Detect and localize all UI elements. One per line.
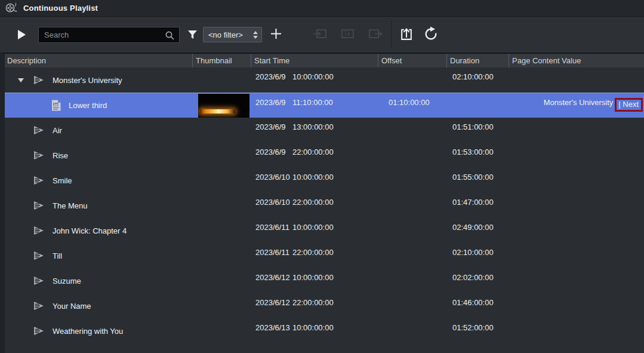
- search-input[interactable]: [39, 30, 179, 39]
- column-header-page-content-value[interactable]: Page Content Value: [509, 54, 644, 67]
- window-title: Continuous Playlist: [23, 4, 98, 13]
- table-row[interactable]: Air2023/6/913:00:00:0001:51:00:00: [5, 118, 644, 143]
- table-row[interactable]: Weathering with You2023/6/1310:00:00:000…: [5, 318, 644, 343]
- row-label: Suzume: [53, 277, 81, 286]
- playlist-icon: [33, 301, 44, 311]
- thumbnail-cell: [192, 67, 251, 93]
- thumbnail-cell: [192, 168, 251, 193]
- table-row[interactable]: The Menu2023/6/1022:00:00:0001:47:00:00: [5, 193, 644, 218]
- playlist-icon: [33, 75, 44, 85]
- duration-cell: 02:02:00:00: [446, 268, 509, 293]
- duration-cell: 02:10:00:00: [446, 243, 509, 268]
- description-cell: John Wick: Chapter 4: [5, 218, 192, 243]
- column-header-offset[interactable]: Offset: [378, 54, 446, 67]
- column-header-thumbnail[interactable]: Thumbnail: [192, 54, 251, 67]
- table-row[interactable]: Lower third2023/6/911:10:00:0001:10:00:0…: [5, 93, 644, 118]
- filter-icon[interactable]: [187, 30, 198, 39]
- duration-cell: 02:10:00:00: [446, 67, 509, 93]
- start-time-cell: 2023/6/1110:00:00:00: [251, 218, 378, 243]
- table-header: DescriptionThumbnailStart TimeOffsetDura…: [5, 54, 644, 67]
- description-cell: Smile: [5, 168, 192, 193]
- row-label: Air: [53, 126, 62, 135]
- row-label: Till: [53, 251, 62, 260]
- description-cell: Monster's University: [5, 67, 192, 93]
- table-row[interactable]: Smile2023/6/1010:00:00:0001:55:00:00: [5, 168, 644, 193]
- playlist-icon: [33, 201, 44, 210]
- search-icon: [165, 30, 175, 42]
- playlist-icon: [33, 125, 44, 135]
- start-time-cell: 2023/6/1022:00:00:00: [251, 193, 378, 218]
- thumbnail-cell: [192, 118, 251, 143]
- column-header-start-time[interactable]: Start Time: [251, 54, 378, 67]
- toolbar-divider: [391, 21, 392, 48]
- thumbnail-image[interactable]: [198, 94, 249, 118]
- page-content-cell: [509, 67, 644, 93]
- take-in-icon: [313, 27, 328, 42]
- duration-cell: 01:47:00:00: [446, 193, 509, 218]
- offset-cell: [378, 118, 446, 143]
- page-content-cell: [509, 218, 644, 243]
- spinner-down-icon[interactable]: [253, 36, 258, 39]
- spinner-up-icon[interactable]: [253, 31, 258, 34]
- row-label: The Menu: [53, 201, 88, 210]
- page-content-cell: [509, 318, 644, 343]
- start-time-cell: 2023/6/922:00:00:00: [251, 143, 378, 168]
- offset-cell: [378, 268, 446, 293]
- preview-button[interactable]: [340, 27, 355, 42]
- table-row[interactable]: John Wick: Chapter 42023/6/1110:00:00:00…: [5, 218, 644, 243]
- refresh-button[interactable]: [423, 26, 439, 43]
- description-cell: Your Name: [5, 293, 192, 318]
- row-label: Lower third: [69, 101, 107, 110]
- duration-cell: [446, 93, 509, 118]
- playlist-icon: [33, 151, 44, 160]
- description-cell: Weathering with You: [5, 318, 192, 343]
- table-row[interactable]: Till2023/6/1122:00:00:0002:10:00:00: [5, 243, 644, 268]
- thumbnail-cell: [192, 268, 251, 293]
- row-label: Rise: [53, 151, 68, 160]
- search-box[interactable]: [38, 27, 180, 43]
- column-header-description[interactable]: Description: [5, 54, 192, 67]
- offset-cell: 01:10:00:00: [378, 93, 446, 118]
- lower-third-banner: [200, 109, 235, 113]
- playlist-icon: [33, 226, 44, 235]
- start-time-cell: 2023/6/911:10:00:00: [251, 93, 378, 118]
- description-cell: Lower third: [5, 93, 192, 118]
- publish-button[interactable]: [399, 27, 414, 43]
- duration-cell: 01:46:00:00: [446, 293, 509, 318]
- offset-cell: [378, 67, 446, 93]
- publish-icon: [399, 27, 414, 43]
- row-label: Monster's University: [53, 76, 122, 85]
- description-cell: The Menu: [5, 193, 192, 218]
- offset-cell: [378, 193, 446, 218]
- playlist-icon: [33, 276, 44, 286]
- playout-button-group: [313, 27, 383, 42]
- add-button[interactable]: [270, 28, 282, 41]
- row-label: Weathering with You: [53, 327, 123, 336]
- continuous-playlist-window: Continuous Playlist <no filter>: [0, 0, 644, 353]
- playlist-table: DescriptionThumbnailStart TimeOffsetDura…: [0, 53, 644, 353]
- page-content-cell: Monster's University| Next: [509, 93, 644, 118]
- start-time-cell: 2023/6/913:00:00:00: [251, 118, 378, 143]
- duration-cell: 02:49:00:00: [446, 218, 509, 243]
- start-time-cell: 2023/6/910:00:00:00: [251, 67, 378, 93]
- take-out-button[interactable]: [368, 27, 383, 42]
- table-row[interactable]: Monster's University2023/6/910:00:00:000…: [5, 67, 644, 93]
- table-row[interactable]: Rise2023/6/922:00:00:0001:53:00:00: [5, 143, 644, 168]
- playlist-icon: [33, 326, 44, 336]
- titlebar: Continuous Playlist: [0, 0, 644, 17]
- table-row[interactable]: Your Name2023/6/1222:00:00:0001:46:00:00: [5, 293, 644, 318]
- filter-dropdown[interactable]: <no filter>: [203, 27, 262, 42]
- expander-icon[interactable]: [18, 78, 24, 82]
- page-content-value: Monster's University: [544, 98, 614, 107]
- play-icon[interactable]: [18, 30, 26, 39]
- take-in-button[interactable]: [313, 27, 328, 42]
- column-header-duration[interactable]: Duration: [446, 54, 509, 67]
- duration-cell: 01:55:00:00: [446, 168, 509, 193]
- description-cell: Rise: [5, 143, 192, 168]
- playlist-icon: [33, 251, 44, 260]
- toolbar: <no filter>: [0, 17, 644, 53]
- plus-icon: [270, 28, 282, 41]
- page-content-cell: [509, 118, 644, 143]
- table-row[interactable]: Suzume2023/6/1210:00:00:0002:02:00:00: [5, 268, 644, 293]
- description-cell: Suzume: [5, 268, 192, 293]
